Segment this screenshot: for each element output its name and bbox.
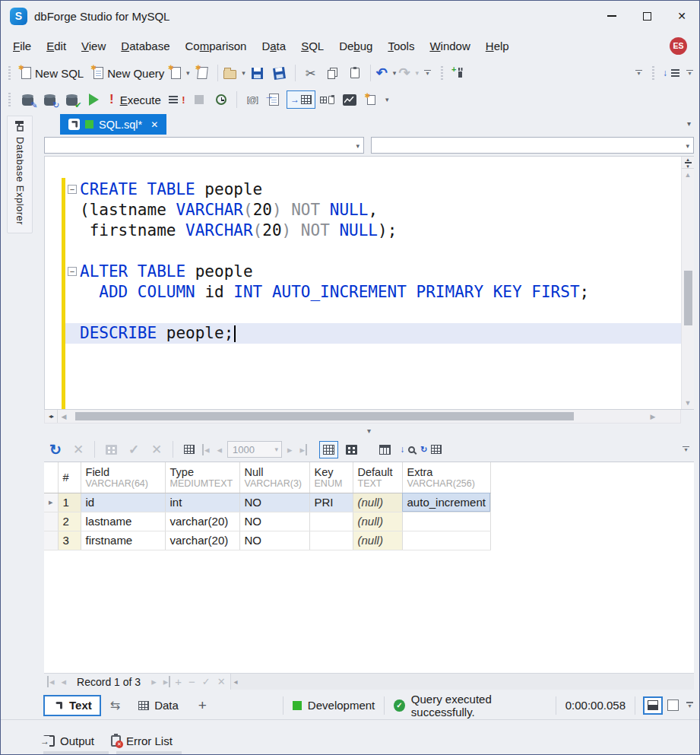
previous-page-button[interactable]: ◂ — [215, 444, 225, 455]
new-connection-button[interactable]: ✱ — [192, 63, 212, 83]
grid-cell[interactable]: NO — [239, 493, 309, 512]
table-row[interactable]: 3firstnamevarchar(20)NO(null) — [44, 531, 490, 550]
code-line[interactable]: ALTER TABLE people — [65, 262, 681, 282]
collapse-region-toggle[interactable]: − — [68, 267, 77, 276]
grid-cell[interactable] — [309, 531, 353, 550]
vertical-scroll-thumb[interactable] — [684, 271, 692, 325]
column-header-default[interactable]: DefaultTEXT — [353, 462, 402, 493]
grid-cell[interactable] — [309, 512, 353, 531]
delete-record-button[interactable]: − — [186, 675, 198, 688]
tab-close-icon[interactable]: ✕ — [150, 119, 158, 130]
card-view-button[interactable] — [341, 439, 361, 459]
menu-item-sql[interactable]: SQL — [293, 36, 331, 56]
close-button[interactable]: ✕ — [664, 1, 699, 31]
toolbar-overflow-button[interactable]: ▾ — [385, 96, 389, 103]
page-size-combobox[interactable]: 1000 ▾ — [227, 441, 282, 458]
column-header-null[interactable]: NullVARCHAR(3) — [239, 462, 309, 493]
layout-horizontal-button[interactable] — [643, 696, 663, 715]
table-row[interactable]: ▸1idintNOPRI(null)auto_increment — [44, 493, 490, 512]
cut-button[interactable]: ✂ — [301, 63, 321, 83]
table-row[interactable]: 2lastnamevarchar(20)NO(null) — [44, 512, 490, 531]
execute-button[interactable]: ! Execute — [106, 90, 165, 109]
column-chooser-button[interactable] — [375, 439, 394, 459]
menu-item-database[interactable]: Database — [113, 36, 177, 56]
connection-combobox[interactable]: ▾ — [44, 137, 364, 154]
query-to-file-button[interactable]: → — [264, 90, 284, 109]
cancel-refresh-button[interactable]: ✕ — [68, 439, 88, 459]
menu-item-data[interactable]: Data — [254, 36, 293, 56]
scroll-down-arrow[interactable]: ▼ — [685, 397, 692, 409]
next-record-button[interactable]: ▸ — [149, 676, 159, 687]
data-view-tab[interactable]: Data — [131, 699, 186, 712]
menu-item-file[interactable]: File — [5, 36, 39, 56]
grid-cell[interactable]: (null) — [353, 531, 402, 550]
open-file-button[interactable]: ▾ — [223, 63, 245, 83]
edit-parameters-button[interactable]: [@] — [242, 90, 262, 109]
grid-cell[interactable]: (null) — [353, 512, 402, 531]
document-list-dropdown[interactable]: ▾ — [687, 119, 691, 128]
menu-item-window[interactable]: Window — [422, 36, 477, 56]
stop-button[interactable] — [189, 90, 209, 109]
refresh-connection-button[interactable]: ↻ — [40, 90, 59, 109]
first-record-button[interactable]: ◂ — [47, 676, 57, 687]
column-header-num[interactable]: # — [58, 462, 81, 493]
toolbar-overflow-button[interactable]: ▾ — [635, 70, 642, 77]
check-connection-button[interactable]: ✔ — [62, 90, 81, 109]
grid-cell[interactable]: varchar(20) — [165, 512, 239, 531]
code-line[interactable]: CREATE TABLE people — [65, 179, 681, 200]
maximize-button[interactable] — [629, 1, 664, 31]
code-line[interactable]: (lastname VARCHAR(20) NOT NULL, — [65, 200, 681, 220]
refresh-results-button[interactable]: ↻ — [46, 439, 65, 459]
format-button[interactable]: ↓ — [661, 63, 681, 83]
last-record-button[interactable]: ▸ — [161, 676, 171, 687]
edit-connection-button[interactable]: ✎ — [17, 90, 37, 109]
column-header-field[interactable]: FieldVARCHAR(64) — [81, 462, 165, 493]
undo-button[interactable]: ↶▾ — [376, 63, 397, 83]
text-view-tab[interactable]: Text — [43, 695, 101, 716]
layout-single-button[interactable] — [667, 699, 679, 711]
cancel-edit-button[interactable]: ✕ — [215, 676, 228, 687]
connect-button[interactable]: + — [450, 63, 470, 83]
grid-cell[interactable]: NO — [239, 531, 309, 550]
paste-button[interactable] — [345, 63, 365, 83]
save-button[interactable] — [248, 63, 268, 83]
export-data-button[interactable]: ↻ — [420, 439, 442, 459]
toolbar-overflow-button[interactable]: ▾ — [686, 70, 693, 77]
copy-button[interactable] — [323, 63, 343, 83]
database-combobox[interactable]: ▾ — [371, 137, 694, 154]
grid-cell[interactable]: NO — [239, 512, 309, 531]
new-sql-button[interactable]: ✱ New SQL — [17, 63, 87, 83]
grid-cell[interactable] — [402, 531, 490, 550]
import-data-button[interactable] — [101, 439, 121, 459]
scroll-left-arrow[interactable]: ◀ — [58, 413, 70, 420]
quick-search-button[interactable]: ↓ — [398, 439, 417, 459]
grid-cell[interactable]: int — [165, 493, 239, 512]
editor-results-splitter[interactable]: ▾ — [44, 423, 694, 437]
execute-script-button[interactable]: ! — [167, 90, 187, 109]
toolbar-overflow-button[interactable]: ▾ — [424, 70, 431, 77]
document-tab-sql[interactable]: SQL.sql* ✕ — [60, 114, 166, 135]
results-to-grid-button[interactable]: → — [287, 90, 315, 109]
post-edit-button[interactable]: ✓ — [200, 676, 213, 687]
grid-cell[interactable]: PRI — [309, 493, 353, 512]
split-editor-handle[interactable]: ▴▾ — [682, 157, 694, 169]
toolbar-overflow-button[interactable]: ▾ — [683, 446, 689, 453]
code-line[interactable] — [65, 303, 681, 323]
fit-columns-button[interactable] — [179, 439, 199, 459]
grid-cell[interactable]: auto_increment — [402, 493, 490, 512]
run-button[interactable] — [84, 90, 103, 109]
menu-item-view[interactable]: View — [74, 36, 113, 56]
column-header-key[interactable]: KeyENUM — [309, 462, 353, 493]
column-header-extra[interactable]: ExtraVARCHAR(256) — [402, 462, 490, 493]
menu-item-edit[interactable]: Edit — [39, 36, 74, 56]
code-line[interactable]: ADD COLUMN id INT AUTO_INCREMENT PRIMARY… — [65, 282, 681, 303]
code-line[interactable] — [65, 241, 681, 262]
sql-editor[interactable]: CREATE TABLE people(lastname VARCHAR(20)… — [44, 156, 694, 410]
append-record-button[interactable]: + — [173, 675, 184, 688]
toolbar-grip[interactable] — [8, 92, 11, 107]
grid-cell[interactable]: varchar(20) — [165, 531, 239, 550]
toolbar-grip[interactable] — [8, 65, 11, 81]
sql-code[interactable]: CREATE TABLE people(lastname VARCHAR(20)… — [45, 157, 681, 344]
new-report-button[interactable]: ✱ — [362, 90, 382, 109]
collapse-region-toggle[interactable]: − — [68, 185, 77, 194]
